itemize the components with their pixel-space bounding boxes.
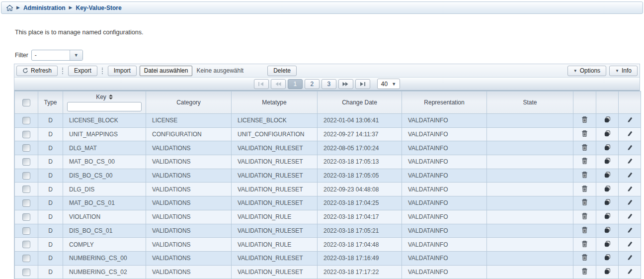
next-page-button[interactable] [338, 79, 353, 89]
delete-icon[interactable] [581, 227, 588, 233]
delete-icon[interactable] [581, 254, 588, 261]
page-button-3[interactable]: 3 [322, 79, 336, 89]
edit-icon[interactable] [627, 116, 633, 123]
cell-key: LICENSE_BLOCK [63, 114, 146, 128]
options-button[interactable]: ▼ Options [567, 66, 606, 76]
delete-icon[interactable] [581, 158, 588, 164]
column-header-key[interactable]: Key [63, 92, 146, 114]
column-header-representation: Representation [402, 92, 487, 114]
page-button-1[interactable]: 1 [288, 79, 303, 89]
select-all-checkbox[interactable] [22, 99, 30, 106]
row-checkbox[interactable] [22, 172, 30, 180]
row-checkbox[interactable] [22, 144, 30, 152]
column-header-category: Category [146, 92, 232, 114]
row-checkbox[interactable] [22, 241, 30, 248]
page-button-2[interactable]: 2 [305, 79, 320, 89]
copy-icon[interactable] [604, 186, 611, 192]
cell-category: VALIDATIONS [146, 251, 232, 265]
delete-icon[interactable] [581, 144, 588, 151]
cell-change-date: 2022-03-18 17:04:25 [318, 196, 402, 210]
first-page-icon [258, 82, 264, 87]
cell-type: D [38, 127, 63, 141]
sort-icon[interactable] [109, 94, 113, 99]
row-checkbox[interactable] [22, 199, 30, 207]
edit-icon[interactable] [627, 144, 633, 151]
row-checkbox[interactable] [22, 117, 30, 124]
key-filter-input[interactable] [67, 102, 142, 111]
row-checkbox[interactable] [22, 213, 30, 221]
edit-icon[interactable] [627, 227, 633, 233]
delete-icon[interactable] [581, 199, 588, 205]
cell-state [487, 265, 573, 279]
cell-change-date: 2022-08-05 17:00:24 [318, 141, 402, 155]
copy-icon[interactable] [604, 254, 611, 261]
row-checkbox[interactable] [22, 131, 30, 138]
delete-icon[interactable] [581, 213, 588, 219]
delete-icon[interactable] [581, 241, 588, 247]
copy-icon[interactable] [604, 144, 611, 151]
edit-icon[interactable] [627, 158, 633, 164]
cell-type: D [38, 183, 63, 196]
edit-icon[interactable] [627, 130, 633, 137]
cell-representation: VALDATAINFO [402, 127, 487, 141]
last-page-button[interactable] [355, 79, 370, 89]
filter-dropdown[interactable]: - ▼ [31, 50, 83, 61]
previous-page-button[interactable] [271, 79, 286, 89]
first-page-button[interactable] [254, 79, 269, 89]
row-checkbox[interactable] [22, 227, 30, 235]
delete-action-cell [573, 265, 596, 279]
file-choose-button[interactable]: Datei auswählen [140, 66, 193, 76]
delete-button[interactable]: Delete [267, 66, 297, 76]
row-checkbox[interactable] [22, 158, 30, 166]
page-size-select[interactable]: 40 ▼ [377, 79, 400, 89]
edit-icon[interactable] [627, 213, 633, 219]
edit-action-cell [619, 141, 641, 155]
cell-state [487, 251, 573, 265]
filter-dropdown-button[interactable]: ▼ [70, 50, 82, 60]
home-icon[interactable] [6, 5, 13, 11]
copy-icon[interactable] [604, 130, 611, 137]
info-button[interactable]: ▼ Info [609, 66, 638, 76]
refresh-button[interactable]: Refresh [16, 66, 58, 76]
export-button[interactable]: Export [68, 66, 97, 76]
table-row: DUNIT_MAPPINGSCONFIGURATIONUNIT_CONFIGUR… [15, 127, 641, 141]
row-checkbox[interactable] [22, 269, 30, 276]
chevron-down-icon: ▼ [74, 53, 79, 58]
copy-icon[interactable] [604, 116, 611, 123]
breadcrumb-item-key-value-store[interactable]: Key-Value-Store [76, 4, 122, 11]
copy-icon[interactable] [604, 172, 611, 178]
copy-icon[interactable] [604, 213, 611, 219]
copy-icon[interactable] [604, 227, 611, 233]
delete-icon[interactable] [581, 116, 588, 123]
cell-representation: VALDATAINFO [402, 238, 487, 252]
edit-icon[interactable] [627, 186, 633, 192]
copy-icon[interactable] [604, 241, 611, 247]
copy-action-cell [596, 196, 619, 210]
row-checkbox[interactable] [22, 255, 30, 262]
delete-icon[interactable] [581, 268, 588, 275]
edit-icon[interactable] [627, 268, 633, 275]
row-checkbox[interactable] [22, 186, 30, 193]
edit-action-cell [619, 210, 641, 224]
cell-type: D [38, 114, 63, 128]
import-button[interactable]: Import [108, 66, 137, 76]
cell-representation: VALDATAINFO [402, 183, 487, 196]
edit-action-cell [619, 183, 641, 196]
edit-icon[interactable] [627, 241, 633, 247]
copy-icon[interactable] [604, 268, 611, 275]
cell-category: VALIDATIONS [146, 169, 232, 183]
edit-action-cell [619, 238, 641, 252]
delete-action-cell [573, 141, 596, 155]
delete-icon[interactable] [581, 172, 588, 178]
edit-icon[interactable] [627, 172, 633, 178]
column-header-type: Type [38, 92, 63, 114]
delete-action-cell [573, 224, 596, 238]
edit-icon[interactable] [627, 199, 633, 205]
edit-icon[interactable] [627, 254, 633, 261]
copy-icon[interactable] [604, 199, 611, 205]
delete-icon[interactable] [581, 186, 588, 192]
delete-icon[interactable] [581, 130, 588, 137]
breadcrumb-item-administration[interactable]: Administration [23, 4, 66, 11]
copy-icon[interactable] [604, 158, 611, 164]
cell-category: CONFIGURATION [146, 127, 232, 141]
